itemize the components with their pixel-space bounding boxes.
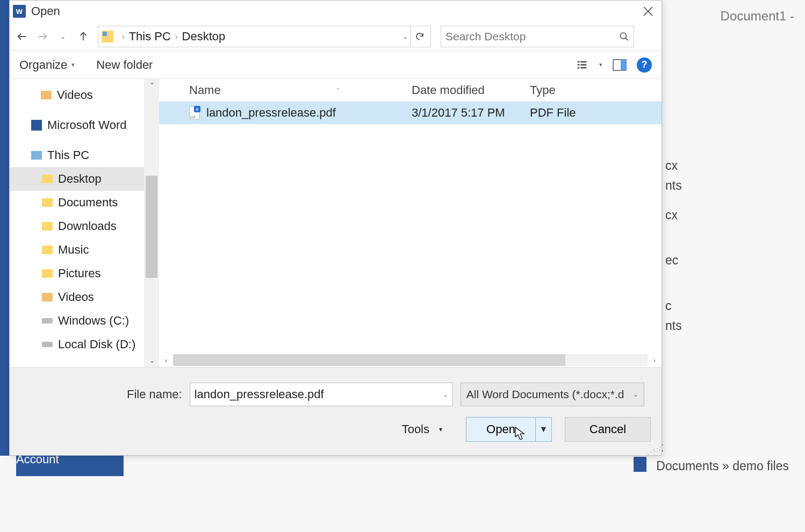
tree-item-videos-2[interactable]: Videos [10, 285, 144, 309]
close-icon [643, 6, 653, 16]
breadcrumb-desktop[interactable]: Desktop [182, 30, 226, 44]
search-input[interactable] [445, 30, 619, 43]
close-button[interactable] [635, 1, 662, 22]
tree-label: Desktop [58, 172, 102, 186]
filename-combobox[interactable]: ⌄ [190, 383, 453, 406]
file-list-pane: Name ⌃ Date modified Type landon_pressre… [159, 79, 662, 367]
folder-icon [42, 293, 53, 301]
column-type[interactable]: Type [530, 83, 662, 97]
folder-icon [42, 269, 53, 278]
folder-icon [41, 91, 52, 99]
tree-label: Pictures [58, 267, 100, 281]
chevron-down-icon[interactable]: ⌄ [443, 391, 448, 398]
tree-item-drive-d[interactable]: Local Disk (D:) [10, 333, 144, 356]
tools-label: Tools [402, 422, 429, 436]
tree-item-drive-c[interactable]: Windows (C:) [10, 309, 144, 333]
open-dropdown-button[interactable]: ▼ [535, 418, 551, 441]
arrow-left-icon [16, 31, 28, 42]
file-row[interactable]: landon_pressrelease.pdf 3/1/2017 5:17 PM… [159, 102, 662, 124]
search-icon [619, 31, 629, 42]
tree-item-documents[interactable]: Documents [10, 191, 144, 214]
column-date[interactable]: Date modified [412, 83, 530, 97]
preview-pane-icon [613, 59, 627, 71]
folder-icon [42, 222, 53, 231]
preview-pane-button[interactable] [612, 57, 627, 73]
open-button[interactable]: Open [466, 418, 535, 441]
filename-label: File name: [127, 387, 182, 401]
search-box[interactable] [441, 26, 634, 47]
svg-rect-8 [580, 64, 586, 66]
file-date: 3/1/2017 5:17 PM [412, 106, 530, 120]
tree-item-this-pc[interactable]: This PC [10, 143, 144, 167]
filter-label: All Word Documents (*.docx;*.d [466, 388, 624, 401]
tree-scrollbar[interactable]: ⌃ ⌄ [144, 79, 159, 367]
file-name: landon_pressrelease.pdf [206, 106, 336, 120]
navigation-tree[interactable]: Videos Microsoft Word This PC Desktop Do… [10, 79, 144, 367]
tree-item-desktop[interactable]: Desktop [10, 167, 144, 191]
word-backstage-stripe [0, 0, 10, 456]
refresh-button[interactable] [410, 26, 428, 47]
word-window-title: Document1 - [721, 9, 794, 24]
tree-label: Windows (C:) [58, 314, 129, 328]
drive-icon [42, 318, 53, 323]
help-button[interactable]: ? [637, 57, 652, 73]
navigation-row: ⌄ › This PC › Desktop ⌄ [10, 22, 662, 51]
nav-back-button[interactable] [13, 27, 31, 46]
tree-label: Downloads [58, 219, 117, 233]
svg-line-3 [626, 38, 628, 40]
breadcrumb-chevron-icon: › [122, 32, 125, 41]
horizontal-scrollbar[interactable]: ‹ › [159, 353, 662, 367]
file-type: PDF File [530, 106, 662, 120]
open-split-button: Open ▼ [466, 417, 552, 442]
scroll-left-icon[interactable]: ‹ [159, 353, 173, 367]
tree-item-downloads[interactable]: Downloads [10, 214, 144, 238]
tree-item-pictures[interactable]: Pictures [10, 262, 144, 285]
column-headers: Name ⌃ Date modified Type [159, 79, 662, 102]
scroll-thumb[interactable] [173, 354, 565, 366]
cancel-button[interactable]: Cancel [565, 417, 651, 442]
nav-forward-button[interactable] [33, 27, 52, 46]
view-dropdown[interactable]: ▾ [599, 61, 602, 68]
tree-item-music[interactable]: Music [10, 238, 144, 262]
main-area: Videos Microsoft Word This PC Desktop Do… [10, 79, 662, 367]
sort-indicator-icon: ⌃ [336, 87, 340, 93]
organize-label: Organize [19, 58, 67, 72]
file-type-filter[interactable]: All Word Documents (*.docx;*.d ⌄ [461, 383, 644, 406]
pc-icon [31, 151, 42, 160]
new-folder-button[interactable]: New folder [96, 58, 153, 72]
tree-item-microsoft-word[interactable]: Microsoft Word [10, 113, 144, 137]
column-name[interactable]: Name ⌃ [159, 83, 412, 97]
chevron-down-icon: ⌄ [633, 391, 638, 398]
nav-up-button[interactable] [74, 27, 92, 46]
folder-icon [42, 175, 53, 183]
tree-label: Documents [58, 196, 118, 210]
address-breadcrumb[interactable]: › This PC › Desktop ⌄ [98, 26, 431, 47]
dialog-titlebar: W Open [10, 1, 662, 22]
scroll-down-icon[interactable]: ⌄ [145, 354, 160, 367]
file-rows: landon_pressrelease.pdf 3/1/2017 5:17 PM… [159, 102, 662, 353]
svg-rect-5 [578, 64, 580, 66]
pdf-file-icon [189, 106, 200, 119]
refresh-icon [415, 32, 425, 41]
tree-item-videos[interactable]: Videos [10, 83, 144, 107]
scroll-up-icon[interactable]: ⌃ [145, 79, 160, 92]
nav-history-dropdown[interactable]: ⌄ [54, 27, 72, 46]
organize-menu[interactable]: Organize ▾ [19, 58, 75, 72]
filename-input[interactable] [195, 387, 443, 401]
address-dropdown[interactable]: ⌄ [402, 33, 408, 40]
tree-label: Videos [58, 290, 94, 304]
scroll-right-icon[interactable]: › [648, 353, 662, 367]
resize-grip-icon[interactable]: ⋰⋰⋰ [647, 447, 660, 454]
breadcrumb-this-pc[interactable]: This PC [129, 30, 171, 44]
open-file-dialog: W Open ⌄ › This PC › Desktop ⌄ [9, 0, 662, 456]
drive-icon [42, 342, 53, 347]
tools-menu[interactable]: Tools ▾ [402, 422, 442, 436]
view-mode-button[interactable] [574, 57, 590, 73]
arrow-up-icon [77, 31, 89, 42]
svg-point-2 [620, 32, 626, 38]
column-name-label: Name [189, 83, 221, 97]
folder-icon [42, 246, 53, 254]
scroll-thumb[interactable] [146, 176, 157, 278]
tree-label: Local Disk (D:) [58, 337, 135, 351]
chevron-down-icon: ▾ [439, 426, 442, 433]
